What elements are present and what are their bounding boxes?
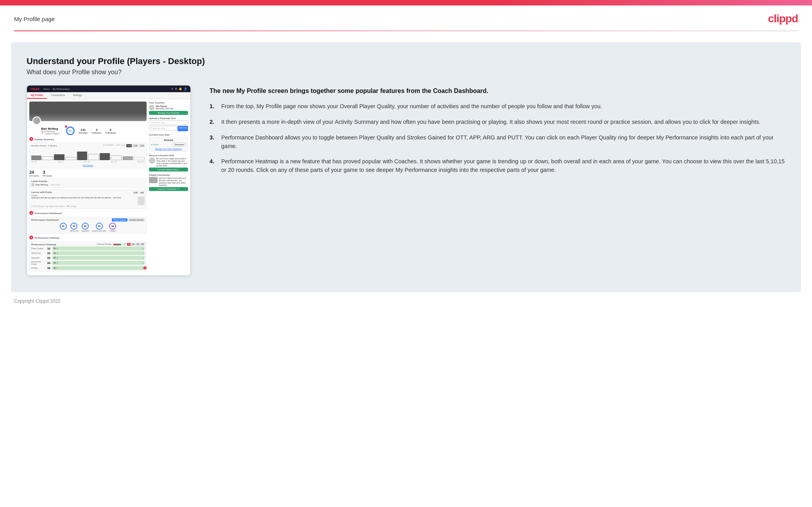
mock-toggle-3m[interactable]: 3 M: [133, 144, 138, 147]
header-divider: [14, 30, 798, 31]
mock-heatmap-15[interactable]: 15: [136, 243, 140, 246]
mock-section-num-2: 2: [29, 137, 33, 141]
logo: clippd: [768, 12, 798, 25]
mock-drill-avatar: [149, 157, 155, 164]
mock-heatmap-5[interactable]: 5: [127, 243, 131, 246]
mock-launch-capture-btn[interactable]: Launch Capture App ↗: [149, 168, 188, 171]
list-item-1: 1. From the top, My Profile page now sho…: [210, 102, 785, 111]
mock-coach-club: Abernethy Golf Club: [156, 107, 173, 110]
mock-chart-title: Monthly Activity - 6 Months: [31, 145, 57, 147]
mock-bar-10: [134, 157, 145, 160]
mock-toggle-quality[interactable]: Player Quality: [112, 218, 127, 221]
top-bar: [0, 0, 812, 5]
mock-drill-section: Record a Practice Drill Be one of the Cl…: [149, 154, 188, 171]
mock-ring-app-circle: 85: [82, 223, 89, 230]
mock-tab-myprofile[interactable]: My Profile: [27, 92, 47, 99]
mock-coaches-title: Your Coaches: [149, 102, 188, 104]
mock-trackman-input[interactable]: Trackman Link: [149, 120, 188, 125]
mock-community-title: Clippd Community: [149, 174, 188, 176]
mock-ring-ott: 90 Off the Tee: [70, 223, 79, 232]
list-num-4: 4.: [210, 157, 217, 175]
mock-heatmap-20[interactable]: 20: [140, 243, 145, 246]
mock-coach-info: Dan Davies Abernethy Golf Club: [156, 105, 173, 110]
mock-rings-row: 92 90 Off the Tee 85 Approach: [31, 223, 145, 232]
mock-community-text: Visit the Clippd Community and discover …: [159, 177, 188, 186]
mock-toggle-strokes[interactable]: Strokes Gained: [128, 218, 145, 221]
list-item-3: 3. Performance Dashboard allows you to t…: [210, 134, 785, 151]
mock-heatmap-title-text: Performance Heatmap: [31, 243, 56, 246]
mock-manage-coaches-btn[interactable]: Manage Your Coaches: [149, 111, 188, 115]
mock-ring-arg-circle: 86: [96, 223, 103, 230]
list-text-1: From the top, My Profile page now shows …: [221, 102, 602, 111]
mock-ring-ott-circle: 90: [70, 223, 77, 230]
page-title: My Profile page: [14, 16, 55, 22]
description-list: 1. From the top, My Profile page now sho…: [210, 102, 785, 175]
mock-connect-section: Connect your data Arccos ● Arccos Discon…: [149, 134, 188, 152]
mock-stat-following: 5 Following: [106, 128, 115, 134]
mock-bar-8: [111, 155, 122, 160]
mock-community-section: Clippd Community Visit the Clippd Commun…: [149, 174, 188, 191]
mock-manage-integrations-link[interactable]: Manage Your Data Integrations: [155, 148, 182, 150]
left-column: clippd Home My Performance ⚲ ⚙ 🔔 👤 My Pr…: [27, 85, 191, 276]
mock-profile-info: Blair McHarg Plus Handicap 📍 United King…: [41, 127, 60, 135]
mock-coach-item: Dan Davies Abernethy Golf Club: [149, 105, 188, 110]
mock-ring-arg: 86 Around the Green: [92, 223, 106, 232]
mock-chart-bars: [31, 148, 145, 160]
mock-heatmap-10[interactable]: 10: [131, 243, 135, 246]
copyright: Copyright Clippd 2022: [14, 298, 61, 304]
mock-connect-title: Connect your data: [149, 134, 188, 136]
mock-drill-text: Be one of the Clippd community to drive …: [156, 157, 188, 167]
list-num-2: 2.: [210, 118, 217, 127]
list-num-1: 1.: [210, 102, 217, 111]
mock-ring-overall: 92: [60, 223, 67, 232]
mock-dash-toggle: Player Quality Strokes Gained: [112, 218, 145, 221]
mock-ring-overall-circle: 92: [60, 223, 67, 230]
mock-search-icon: ⚲: [171, 87, 173, 91]
mock-quality-ring: 92: [66, 127, 75, 135]
mock-ring-arg-label: Around the Green: [92, 230, 106, 232]
mock-bar-2: [42, 156, 53, 160]
mock-heatmap: Performance Heatmap 5 Round Change: +15 …: [29, 241, 147, 271]
list-text-4: Performance Heatmap is a new feature tha…: [221, 157, 785, 175]
mock-settings-icon: ⚙: [175, 87, 177, 91]
mock-trackman-link[interactable]: Trackman Link: [149, 126, 177, 130]
footer: Copyright Clippd 2022: [0, 292, 812, 310]
mock-drill-item: Be one of the Clippd community to drive …: [149, 157, 188, 167]
mock-performance-dashboard: Performance Dashboard Player Quality Str…: [29, 217, 147, 234]
mock-connect-status: ● Arccos: [151, 143, 158, 146]
mock-lesson: Lesson with Fonty Golf drill Lesson Noth…: [29, 189, 147, 209]
mock-section-num-3: 3: [29, 211, 33, 215]
list-text-2: It then presents a more in-depth view of…: [221, 118, 760, 127]
right-column: The new My Profile screen brings togethe…: [210, 85, 785, 182]
mock-coaches-section: Your Coaches Dan Davies Abernethy Golf C…: [149, 102, 188, 115]
mock-heatmap-title: Performance Heatmap 5 Round Change: +15 …: [31, 243, 145, 246]
mock-screenshot: clippd Home My Performance ⚲ ⚙ 🔔 👤 My Pr…: [27, 85, 191, 276]
mock-lesson-title: Lesson with Fonty: [31, 191, 52, 193]
mock-ring-putt: 96 Putting: [109, 223, 116, 232]
mock-launch-community-btn[interactable]: Launch Community ↗: [149, 187, 188, 191]
list-num-3: 3.: [210, 134, 217, 151]
mock-community-item: Visit the Clippd Community and discover …: [149, 177, 188, 186]
mock-chart-header: Monthly Activity - 6 Months ● On-Course …: [31, 144, 145, 147]
mock-add-btn[interactable]: Add Link: [177, 126, 188, 131]
mock-lesson-meta: ⏱ 01h 30 mins ▶ Videos and Videos 🖼 1 im…: [31, 205, 145, 207]
mock-ring-putt-circle: 96: [109, 223, 116, 230]
mock-heatmap-section-label: Performance Heatmap: [34, 237, 59, 239]
mock-bell-icon: 🔔: [179, 87, 182, 91]
mock-toggle-1m[interactable]: 1 M: [139, 144, 145, 147]
mock-tab-connections[interactable]: Connections: [47, 92, 69, 99]
mock-right-panel: Your Coaches Dan Davies Abernethy Golf C…: [149, 102, 188, 273]
mock-toggle-5[interactable]: 5 M: [126, 144, 132, 147]
mock-drill-title: Record a Practice Drill: [149, 154, 188, 157]
mock-heatmap-controls: 5 10 15 20: [127, 243, 145, 246]
mock-bar-5: [77, 152, 87, 160]
mock-latest-item: Blair McHarg see more: [31, 183, 145, 186]
section-title: Understand your Profile (Players - Deskt…: [27, 56, 785, 66]
mock-latest-activity: Latest Activity Blair McHarg see more: [29, 179, 147, 188]
mock-user-icon: 👤: [184, 87, 187, 91]
mock-tab-settings[interactable]: Settings: [69, 92, 86, 99]
mock-coach-avatar: [149, 105, 154, 110]
mock-lesson-content: Nothing to feel like my rights are endin…: [31, 196, 145, 205]
mock-disconnect-btn[interactable]: Disconnect: [172, 143, 186, 146]
mock-latest-title: Latest Activity: [31, 180, 145, 182]
